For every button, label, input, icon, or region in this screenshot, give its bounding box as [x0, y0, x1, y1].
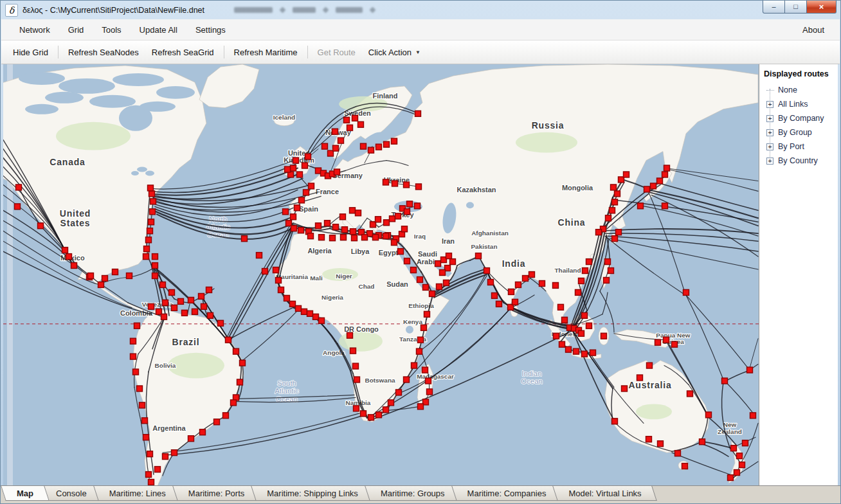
port-marker[interactable] [296, 305, 302, 311]
port-marker[interactable] [290, 301, 296, 307]
port-marker[interactable] [15, 204, 21, 210]
port-marker[interactable] [404, 258, 410, 264]
toolbar-button-refresh-seagrid[interactable]: Refresh SeaGrid [145, 44, 221, 61]
port-marker[interactable] [596, 230, 602, 235]
port-marker[interactable] [257, 253, 262, 258]
port-marker[interactable] [392, 181, 398, 186]
port-marker[interactable] [706, 412, 712, 418]
port-marker[interactable] [682, 464, 688, 469]
port-marker[interactable] [352, 115, 358, 121]
port-marker[interactable] [554, 333, 559, 339]
minimize-button[interactable]: – [763, 1, 785, 14]
port-marker[interactable] [163, 454, 168, 460]
tree-item-by-company[interactable]: +By Company [766, 111, 835, 125]
port-marker[interactable] [615, 191, 620, 197]
port-marker[interactable] [302, 163, 308, 168]
port-marker[interactable] [624, 172, 629, 177]
tab-maritime-groups[interactable]: Maritime: Groups [367, 486, 458, 501]
port-marker[interactable] [354, 377, 360, 382]
port-marker[interactable] [152, 273, 158, 279]
port-marker[interactable] [149, 219, 154, 225]
port-marker[interactable] [655, 339, 661, 345]
port-marker[interactable] [233, 348, 239, 354]
port-marker[interactable] [553, 282, 559, 288]
port-marker[interactable] [71, 263, 77, 269]
port-marker[interactable] [747, 367, 753, 373]
port-marker[interactable] [352, 235, 357, 241]
port-marker[interactable] [586, 259, 592, 265]
port-marker[interactable] [476, 253, 482, 259]
port-marker[interactable] [392, 240, 397, 246]
port-marker[interactable] [437, 284, 442, 289]
port-marker[interactable] [192, 309, 198, 314]
port-marker[interactable] [404, 182, 410, 188]
tab-maritime-lines[interactable]: Maritime: Lines [96, 486, 179, 501]
port-marker[interactable] [737, 453, 743, 459]
tree-item-by-port[interactable]: +By Port [766, 140, 835, 154]
tab-maritime-ports[interactable]: Maritime: Ports [175, 486, 258, 501]
port-marker[interactable] [404, 209, 410, 215]
port-marker[interactable] [583, 268, 588, 274]
port-marker[interactable] [188, 297, 194, 303]
port-marker[interactable] [444, 280, 449, 285]
port-marker[interactable] [273, 267, 279, 273]
port-marker[interactable] [435, 261, 441, 267]
port-marker[interactable] [418, 404, 424, 410]
menu-item-grid[interactable]: Grid [59, 21, 93, 39]
port-marker[interactable] [102, 275, 108, 281]
port-marker[interactable] [608, 268, 614, 274]
port-marker[interactable] [586, 323, 592, 328]
port-marker[interactable] [294, 205, 300, 211]
port-marker[interactable] [307, 310, 313, 316]
port-marker[interactable] [338, 138, 344, 143]
port-marker[interactable] [647, 363, 653, 368]
menu-item-settings[interactable]: Settings [186, 21, 235, 39]
tree-item-by-country[interactable]: +By Country [766, 154, 835, 168]
port-marker[interactable] [299, 197, 305, 203]
port-marker[interactable] [423, 284, 429, 290]
port-marker[interactable] [201, 303, 207, 309]
tree-expander-icon[interactable]: + [766, 115, 773, 122]
toolbar-button-hide-grid[interactable]: Hide Grid [6, 44, 55, 61]
port-marker[interactable] [662, 203, 668, 209]
port-marker[interactable] [415, 203, 420, 209]
port-marker[interactable] [178, 298, 184, 304]
port-marker[interactable] [411, 267, 417, 273]
port-marker[interactable] [150, 209, 156, 215]
port-marker[interactable] [512, 299, 518, 305]
tab-model-virtual-links[interactable]: Model: Virtual Links [555, 486, 655, 501]
port-marker[interactable] [350, 208, 356, 213]
port-marker[interactable] [734, 470, 740, 476]
port-marker[interactable] [319, 235, 325, 240]
port-marker[interactable] [664, 337, 669, 343]
port-marker[interactable] [113, 269, 118, 275]
port-marker[interactable] [388, 400, 394, 406]
port-marker[interactable] [237, 379, 243, 385]
port-marker[interactable] [590, 350, 596, 356]
port-marker[interactable] [332, 129, 338, 134]
port-marker[interactable] [208, 312, 213, 318]
port-marker[interactable] [606, 215, 611, 221]
port-marker[interactable] [604, 277, 610, 283]
port-marker[interactable] [446, 253, 452, 259]
port-marker[interactable] [147, 228, 153, 234]
port-marker[interactable] [356, 210, 361, 216]
port-marker[interactable] [539, 280, 545, 286]
port-marker[interactable] [562, 317, 568, 323]
port-marker[interactable] [340, 214, 346, 220]
port-marker[interactable] [658, 441, 664, 447]
port-marker[interactable] [422, 367, 428, 373]
port-marker[interactable] [523, 275, 529, 281]
port-marker[interactable] [127, 273, 132, 279]
port-marker[interactable] [144, 246, 150, 252]
port-marker[interactable] [743, 440, 748, 446]
port-marker[interactable] [350, 229, 356, 235]
toolbar-button-refresh-seanodes[interactable]: Refresh SeaNodes [62, 44, 145, 61]
port-marker[interactable] [354, 406, 359, 411]
port-marker[interactable] [383, 407, 389, 413]
port-marker[interactable] [516, 282, 521, 287]
tree-item-by-group[interactable]: +By Group [766, 125, 835, 140]
port-marker[interactable] [376, 144, 382, 150]
port-marker[interactable] [291, 165, 296, 171]
port-marker[interactable] [683, 289, 689, 295]
